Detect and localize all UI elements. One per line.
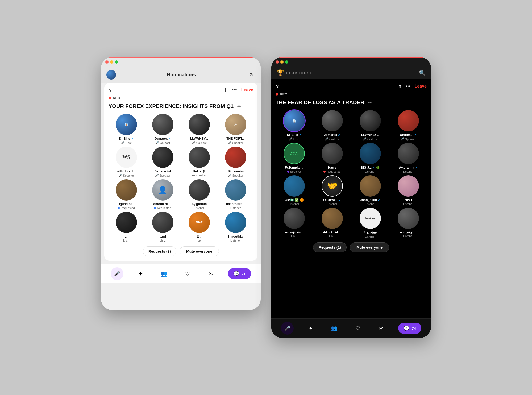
sparkle-button[interactable]: ✦ bbox=[134, 267, 147, 280]
participant-ntsu[interactable]: Ntsu Listener bbox=[390, 175, 427, 206]
participant-role: Lis... bbox=[160, 239, 166, 242]
participant-harry[interactable]: Harry Requested bbox=[314, 143, 351, 173]
room-title: YOUR FOREX EXPERIENCE: INSIGHTS FROM Q1 … bbox=[109, 103, 253, 110]
participant-kenny[interactable]: kennyright... Listener bbox=[390, 208, 427, 238]
participant-ogundipe[interactable]: Ogundipe... Requested bbox=[109, 179, 144, 210]
screen-dark: 🏆 CLUBHOUSE 🔍 ∨ ⬆ ••• Leave bbox=[271, 57, 431, 338]
avatar-row4b bbox=[152, 212, 173, 233]
participant-bashthetra[interactable]: bashthetra... Listener bbox=[218, 179, 253, 210]
participant-thefort[interactable]: F THE FORT... 🎤 Speaker bbox=[218, 114, 253, 144]
chevron-down-icon-dark[interactable]: ∨ bbox=[276, 83, 279, 89]
people-button[interactable]: 👥 bbox=[158, 267, 171, 280]
tl-close-dark[interactable] bbox=[276, 60, 279, 64]
avatar-vee bbox=[284, 175, 305, 197]
participant-name: LLAWKEY... bbox=[361, 133, 379, 137]
comment-button-dark[interactable]: 💬 74 bbox=[398, 323, 421, 334]
avatar-llawkey-dark bbox=[360, 110, 381, 131]
participant-name: BIG J... ✓ 🌿 bbox=[361, 166, 380, 169]
participant-oluwa[interactable]: 🤝 OLUWA... ✓ Listener bbox=[314, 175, 351, 206]
avatar-bukie bbox=[189, 147, 210, 168]
participant-vee[interactable]: Vee🇳🇬 ✅ 🟠 Listener bbox=[276, 175, 313, 206]
tl-fullscreen-dark[interactable] bbox=[285, 60, 288, 64]
tl-minimize-dark[interactable] bbox=[280, 60, 284, 64]
requests-button[interactable]: Requests (2) bbox=[143, 246, 176, 256]
mute-everyone-button-dark[interactable]: Mute everyone bbox=[350, 242, 389, 252]
tl-close[interactable] bbox=[105, 60, 109, 64]
rec-label: REC bbox=[113, 96, 120, 100]
participant-bigj[interactable]: BIG J... ✓ 🌿 Listener bbox=[352, 143, 389, 173]
participant-role: Listener bbox=[194, 206, 204, 210]
participant-role: Listener bbox=[365, 170, 375, 173]
rec-badge: REC bbox=[109, 96, 253, 100]
avatar-drbills: 👔 bbox=[116, 114, 137, 135]
participant-amodu[interactable]: 👤 Amodu olu... Requested bbox=[145, 179, 180, 210]
participant-adeleke[interactable]: Adeleke Ak... Lis... bbox=[314, 208, 351, 238]
tl-minimize[interactable] bbox=[110, 60, 113, 64]
edit-icon[interactable]: ✏ bbox=[237, 104, 241, 109]
participant-row4b[interactable]: ...nd Lis... bbox=[145, 212, 180, 242]
participant-aygramm[interactable]: Ay.gramm Listener bbox=[181, 179, 217, 210]
participant-llawkey-dark[interactable]: LLAWKEY... 🎤 Co-host bbox=[352, 110, 389, 141]
participant-aygramm-dark[interactable]: Ay.gramm ✓ Listener bbox=[390, 143, 427, 173]
card-top-row-dark: ∨ ⬆ ••• Leave bbox=[276, 83, 427, 89]
participant-fxtemplar[interactable]: EZFX ACADEMY FxTemplar... Speaker bbox=[276, 143, 313, 173]
mic-mute-button[interactable]: 🎤 bbox=[111, 267, 123, 280]
participant-role: Listener bbox=[327, 202, 337, 206]
sparkle-button-dark[interactable]: ✦ bbox=[304, 322, 317, 335]
room-card-light: ∨ ⬆ ••• Leave REC YOUR FOREX EXPERIENCE:… bbox=[104, 83, 257, 261]
dark-app-header: 🏆 CLUBHOUSE 🔍 bbox=[271, 67, 431, 79]
chevron-down-icon[interactable]: ∨ bbox=[109, 87, 112, 93]
avatar-ogundipe bbox=[116, 179, 137, 201]
notifications-settings-icon[interactable]: ⚙ bbox=[247, 70, 255, 79]
search-icon[interactable]: 🔍 bbox=[419, 70, 426, 76]
participant-drbills-dark[interactable]: 👔 Dr Bills ✓ 🎤 Host bbox=[276, 110, 313, 141]
leave-button-dark[interactable]: Leave bbox=[415, 84, 427, 89]
avatar-frankiee: franklee bbox=[360, 208, 381, 229]
participant-hmouthfx[interactable]: Hmouthfx Listener bbox=[218, 212, 253, 242]
participant-frankiee[interactable]: franklee Frankiee Listener bbox=[352, 208, 389, 238]
participant-name: Amodu olu... bbox=[153, 202, 172, 206]
participant-name: Big samim bbox=[227, 169, 244, 173]
mute-everyone-button[interactable]: Mute everyone bbox=[180, 246, 219, 256]
participant-name: John_pikin ✓ bbox=[360, 198, 380, 202]
tl-fullscreen[interactable] bbox=[115, 60, 118, 64]
participant-row4a[interactable]: ... Lis... bbox=[109, 212, 144, 242]
requests-button-dark[interactable]: Requests (1) bbox=[313, 242, 347, 252]
avatar-aygramm-dark bbox=[398, 143, 419, 164]
avatar-johnpikin bbox=[360, 175, 381, 197]
participant-role: Listener bbox=[289, 202, 299, 206]
participant-drbills[interactable]: 👔 Dr Bills ✓ 🎤 Host bbox=[109, 114, 144, 144]
participant-jomarex-dark[interactable]: Jomarex ✓ 🎤 Co-host bbox=[314, 110, 351, 141]
participant-name: Bukie 🎙 bbox=[193, 169, 205, 173]
heart-button[interactable]: ♡ bbox=[181, 267, 194, 280]
heart-button-dark[interactable]: ♡ bbox=[351, 322, 364, 335]
notifications-title: Notifications bbox=[167, 72, 196, 78]
scissors-button[interactable]: ✂ bbox=[205, 267, 217, 280]
participant-uncomm-dark[interactable]: Uncom... ✓ 🎤 Speaker bbox=[390, 110, 427, 141]
participant-bukie[interactable]: Bukie 🎙 ••• Speaker bbox=[181, 147, 217, 177]
leave-button[interactable]: Leave bbox=[241, 88, 253, 92]
more-icon[interactable]: ••• bbox=[232, 87, 237, 93]
participant-tewz[interactable]: TEWZ E... ...er bbox=[181, 212, 217, 242]
participant-jomarex[interactable]: Jomarex ✓ 🎤 Co-host bbox=[145, 114, 180, 144]
participant-name: bashthetra... bbox=[226, 202, 245, 206]
card-actions: ⬆ ••• Leave bbox=[224, 87, 253, 93]
comment-button[interactable]: 💬 21 bbox=[228, 268, 251, 279]
scissors-button-dark[interactable]: ✂ bbox=[375, 322, 388, 335]
people-button-dark[interactable]: 👥 bbox=[328, 322, 341, 335]
more-icon-dark[interactable]: ••• bbox=[406, 84, 410, 89]
participant-bigsamim[interactable]: Big samim 🎤 Speaker bbox=[218, 147, 253, 177]
card-actions-dark: ⬆ ••• Leave bbox=[398, 84, 427, 89]
participant-willzdotsol[interactable]: WS Willzdotsol... 🎤 Speaker bbox=[109, 147, 144, 177]
participant-role: 🎤 Speaker bbox=[228, 174, 243, 177]
participant-llawkey[interactable]: LLAWKEY... 🎤 Co-host bbox=[181, 114, 217, 144]
share-icon[interactable]: ⬆ bbox=[224, 87, 228, 93]
share-icon-dark[interactable]: ⬆ bbox=[398, 84, 402, 89]
edit-icon-dark[interactable]: ✏ bbox=[368, 101, 371, 105]
avatar-hmouthfx bbox=[225, 212, 246, 233]
participant-oseor[interactable]: oseorjiasin... Lis... bbox=[276, 208, 313, 238]
mic-mute-button-dark[interactable]: 🎤 bbox=[281, 322, 294, 335]
participant-dstrategist[interactable]: Dstrategist 🎤 Speaker bbox=[145, 147, 180, 177]
participant-johnpikin[interactable]: John_pikin ✓ Listener bbox=[352, 175, 389, 206]
participant-name: ... bbox=[125, 235, 127, 238]
